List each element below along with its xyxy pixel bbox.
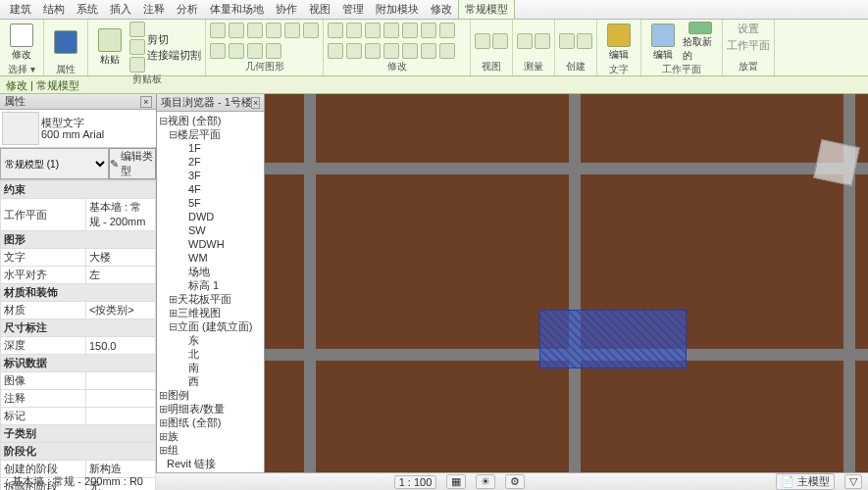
geom-icon[interactable] — [303, 23, 319, 38]
mod-icon[interactable] — [383, 43, 399, 59]
mod-icon[interactable] — [402, 43, 418, 59]
prop-value[interactable]: 大楼 — [85, 249, 155, 267]
create-icon[interactable] — [577, 33, 592, 49]
tree-node[interactable]: DWD — [159, 210, 262, 223]
geom-icon[interactable] — [247, 23, 263, 38]
measure-icon[interactable] — [535, 33, 550, 49]
geom-icon[interactable] — [284, 23, 300, 38]
copy-icon[interactable] — [129, 39, 145, 55]
tree-node[interactable]: 立面 (建筑立面) — [159, 319, 262, 333]
mod-icon[interactable] — [421, 43, 436, 59]
tree-node[interactable]: WM — [159, 251, 262, 265]
tree-node[interactable]: 3F — [159, 169, 262, 182]
mod-icon[interactable] — [346, 43, 362, 59]
match-icon[interactable] — [129, 57, 145, 73]
geom-icon[interactable] — [210, 43, 226, 59]
tab-管理[interactable]: 管理 — [336, 0, 370, 19]
edit-workplane-button[interactable]: 编辑 — [645, 22, 681, 63]
mod-icon[interactable] — [346, 23, 362, 38]
tree-node[interactable]: 1F — [159, 141, 262, 155]
edit-type-button[interactable]: ✎编辑类型 — [109, 148, 156, 179]
pick-new-button[interactable]: 拾取新的 — [683, 22, 718, 63]
tree-node[interactable]: 2F — [159, 155, 262, 169]
tab-建筑[interactable]: 建筑 — [4, 0, 37, 19]
mod-icon[interactable] — [328, 23, 343, 38]
tree-node[interactable]: 西 — [159, 374, 262, 388]
properties-button[interactable] — [48, 22, 83, 63]
close-icon[interactable]: × — [251, 97, 260, 109]
tree-node[interactable]: 场地 — [159, 265, 262, 278]
tab-视图[interactable]: 视图 — [303, 0, 336, 19]
tree-node[interactable]: 明细表/数量 — [159, 402, 262, 416]
mod-icon[interactable] — [365, 23, 381, 38]
tab-体量和场地[interactable]: 体量和场地 — [204, 0, 270, 19]
close-icon[interactable]: × — [140, 96, 152, 108]
tree-node[interactable]: 天花板平面 — [159, 292, 262, 306]
browser-tree[interactable]: 视图 (全部)楼层平面1F2F3F4F5FDWDSWWDWHWM场地标高 1天花… — [157, 112, 264, 472]
modify-tool[interactable]: 修改 — [4, 22, 39, 63]
selected-model-text[interactable] — [539, 310, 687, 368]
vis-icon[interactable]: ☀ — [476, 474, 495, 489]
geom-icon[interactable] — [266, 23, 281, 38]
scale-control[interactable]: 1 : 100 — [394, 475, 437, 489]
view-icon[interactable] — [492, 33, 508, 49]
tree-node[interactable]: 东 — [159, 333, 262, 347]
type-selector[interactable]: 常规模型 (1) — [0, 148, 109, 179]
tree-node[interactable]: SW — [159, 223, 262, 237]
tab-系统[interactable]: 系统 — [71, 0, 104, 19]
prop-value[interactable]: 150.0 — [85, 337, 155, 355]
geom-icon[interactable] — [210, 23, 226, 38]
tree-node[interactable]: 三维视图 — [159, 306, 262, 319]
mod-icon[interactable] — [328, 43, 343, 59]
tree-node[interactable]: 图例 — [159, 388, 262, 402]
create-icon[interactable] — [559, 33, 575, 49]
tree-node[interactable]: 图纸 (全部) — [159, 416, 262, 429]
mod-icon[interactable] — [421, 23, 436, 38]
tree-node[interactable]: Revit 链接 — [159, 457, 262, 470]
prop-value[interactable] — [85, 372, 155, 390]
prop-value[interactable]: <按类别> — [85, 302, 155, 319]
tree-node[interactable]: 组 — [159, 443, 262, 457]
mod-icon[interactable] — [439, 23, 455, 38]
prop-value[interactable]: 基本墙 : 常规 - 200mm — [85, 199, 155, 231]
prop-value[interactable] — [85, 390, 155, 408]
tab-注释[interactable]: 注释 — [137, 0, 171, 19]
tree-node[interactable]: 标高 1 — [159, 278, 262, 292]
prop-value[interactable]: 左 — [85, 267, 155, 284]
tree-node[interactable]: 族 — [159, 429, 262, 443]
property-grid[interactable]: 约束工作平面基本墙 : 常规 - 200mm图形文字大楼水平对齐左材质和装饰材质… — [0, 180, 156, 490]
tree-node[interactable]: 北 — [159, 347, 262, 361]
edit-text-button[interactable]: 编辑 — [601, 22, 637, 63]
tab-插入[interactable]: 插入 — [104, 0, 137, 19]
viewport-3d[interactable] — [265, 94, 868, 472]
view-cube[interactable] — [813, 139, 859, 185]
mod-icon[interactable] — [439, 43, 455, 59]
geom-icon[interactable] — [266, 43, 281, 59]
tree-node[interactable]: 5F — [159, 196, 262, 210]
tab-结构[interactable]: 结构 — [37, 0, 71, 19]
tab-分析[interactable]: 分析 — [171, 0, 204, 19]
tree-node[interactable]: 4F — [159, 182, 262, 196]
vis-icon[interactable]: ⚙ — [505, 474, 525, 489]
geom-icon[interactable] — [229, 43, 244, 59]
tree-node[interactable]: 楼层平面 — [159, 127, 262, 141]
tree-node[interactable]: 视图 (全部) — [159, 114, 262, 127]
geom-icon[interactable] — [247, 43, 263, 59]
tab-协作[interactable]: 协作 — [270, 0, 303, 19]
vis-icon[interactable]: ▦ — [446, 474, 466, 489]
tab-常规模型[interactable]: 常规模型 — [458, 0, 515, 19]
workset-control[interactable]: 📄 主模型 — [776, 473, 835, 490]
mod-icon[interactable] — [365, 43, 381, 59]
cut-icon[interactable] — [129, 22, 145, 37]
tree-node[interactable]: WDWH — [159, 237, 262, 251]
paste-button[interactable]: 粘贴 — [92, 26, 128, 68]
tab-修改[interactable]: 修改 — [425, 0, 458, 19]
view-icon[interactable] — [475, 33, 490, 49]
mod-icon[interactable] — [383, 23, 399, 38]
tab-附加模块[interactable]: 附加模块 — [370, 0, 425, 19]
prop-value[interactable] — [85, 408, 155, 425]
geom-icon[interactable] — [229, 23, 244, 38]
filter-icon[interactable]: ▽ — [844, 474, 862, 489]
tree-node[interactable]: 南 — [159, 361, 262, 374]
measure-icon[interactable] — [517, 33, 533, 49]
